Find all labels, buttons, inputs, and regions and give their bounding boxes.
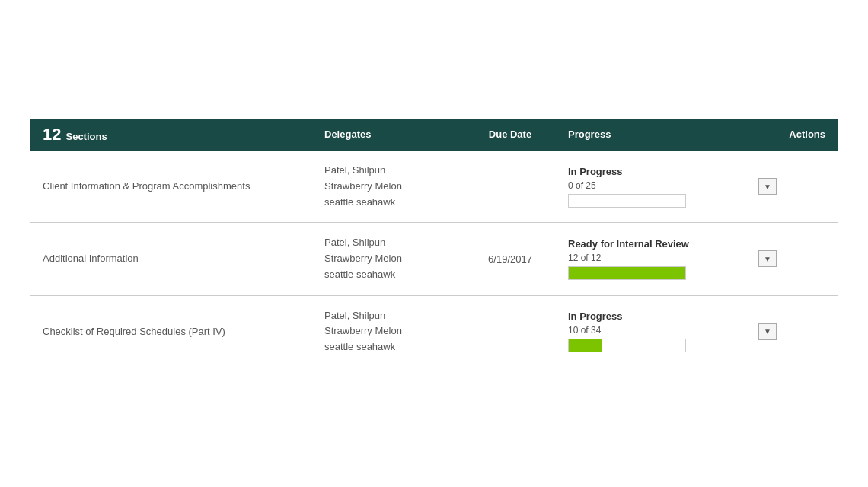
section-name-cell: Checklist of Required Schedules (Part IV…	[30, 325, 312, 339]
delegate-name: Patel, Shilpun	[324, 163, 452, 179]
header-section-col: 12 Sections	[30, 125, 312, 145]
delegates-list: Patel, ShilpunStrawberry Melonseattle se…	[324, 308, 452, 355]
delegates-heading: Delegates	[324, 129, 371, 140]
progress-status: In Progress	[568, 310, 734, 322]
table-header: 12 Sections Delegates Due Date Progress …	[30, 119, 838, 151]
progress-bar-outer	[568, 266, 686, 280]
delegate-name: Strawberry Melon	[324, 251, 452, 267]
due-date-cell: 6/19/2017	[464, 253, 556, 265]
delegate-name: Patel, Shilpun	[324, 235, 452, 251]
progress-content: In Progress10 of 34	[568, 310, 734, 352]
progress-count: 12 of 12	[568, 253, 734, 263]
progress-content: Ready for Internal Review12 of 12	[568, 238, 734, 280]
header-progress-col: Progress	[556, 129, 746, 140]
header-duedate-col: Due Date	[464, 129, 556, 140]
page-wrapper: 12 Sections Delegates Due Date Progress …	[0, 0, 868, 487]
delegates-cell: Patel, ShilpunStrawberry Melonseattle se…	[312, 163, 464, 210]
section-name-cell: Additional Information	[30, 252, 312, 266]
delegate-name: Strawberry Melon	[324, 323, 452, 339]
header-actions-col: Actions	[746, 129, 838, 140]
section-name: Additional Information	[43, 253, 139, 264]
progress-content: In Progress0 of 25	[568, 166, 734, 208]
progress-bar-outer	[568, 339, 686, 352]
progress-bar-outer	[568, 194, 686, 208]
due-date-value: 6/19/2017	[488, 253, 532, 265]
actions-dropdown-button[interactable]: ▼	[758, 178, 777, 195]
delegate-name: seattle seahawk	[324, 195, 452, 211]
progress-heading: Progress	[568, 129, 611, 140]
actions-cell: ▼	[746, 178, 838, 195]
table-row: Additional InformationPatel, ShilpunStra…	[30, 223, 838, 295]
progress-cell: Ready for Internal Review12 of 12	[556, 238, 746, 280]
section-name: Checklist of Required Schedules (Part IV…	[43, 326, 225, 337]
progress-bar-wrapper	[568, 194, 734, 208]
actions-heading: Actions	[789, 129, 825, 140]
table-row: Client Information & Program Accomplishm…	[30, 151, 838, 223]
actions-dropdown-button[interactable]: ▼	[758, 250, 777, 267]
progress-bar-wrapper	[568, 266, 734, 280]
progress-cell: In Progress0 of 25	[556, 166, 746, 208]
progress-cell: In Progress10 of 34	[556, 310, 746, 352]
sections-count: 12	[43, 125, 61, 145]
delegates-cell: Patel, ShilpunStrawberry Melonseattle se…	[312, 235, 464, 282]
sections-label: Sections	[65, 131, 107, 142]
section-name: Client Information & Program Accomplishm…	[43, 180, 250, 192]
progress-count: 0 of 25	[568, 180, 734, 191]
delegates-list: Patel, ShilpunStrawberry Melonseattle se…	[324, 163, 452, 210]
header-delegates-col: Delegates	[312, 129, 464, 140]
progress-bar-wrapper	[568, 339, 734, 352]
duedate-heading: Due Date	[489, 129, 531, 140]
header-title: 12 Sections	[43, 125, 300, 145]
table-row: Checklist of Required Schedules (Part IV…	[30, 296, 838, 368]
actions-cell: ▼	[746, 323, 838, 340]
delegates-cell: Patel, ShilpunStrawberry Melonseattle se…	[312, 308, 464, 355]
table-body: Client Information & Program Accomplishm…	[30, 151, 838, 368]
section-name-cell: Client Information & Program Accomplishm…	[30, 180, 312, 193]
sections-table: 12 Sections Delegates Due Date Progress …	[30, 119, 838, 368]
actions-dropdown-button[interactable]: ▼	[758, 323, 777, 340]
delegate-name: seattle seahawk	[324, 339, 452, 355]
actions-cell: ▼	[746, 250, 838, 267]
progress-bar-inner	[569, 267, 685, 279]
delegate-name: seattle seahawk	[324, 267, 452, 283]
delegates-list: Patel, ShilpunStrawberry Melonseattle se…	[324, 235, 452, 282]
progress-status: In Progress	[568, 166, 734, 177]
progress-bar-inner	[569, 339, 602, 352]
delegate-name: Patel, Shilpun	[324, 308, 452, 324]
progress-count: 10 of 34	[568, 325, 734, 336]
progress-status: Ready for Internal Review	[568, 238, 734, 250]
delegate-name: Strawberry Melon	[324, 179, 452, 195]
